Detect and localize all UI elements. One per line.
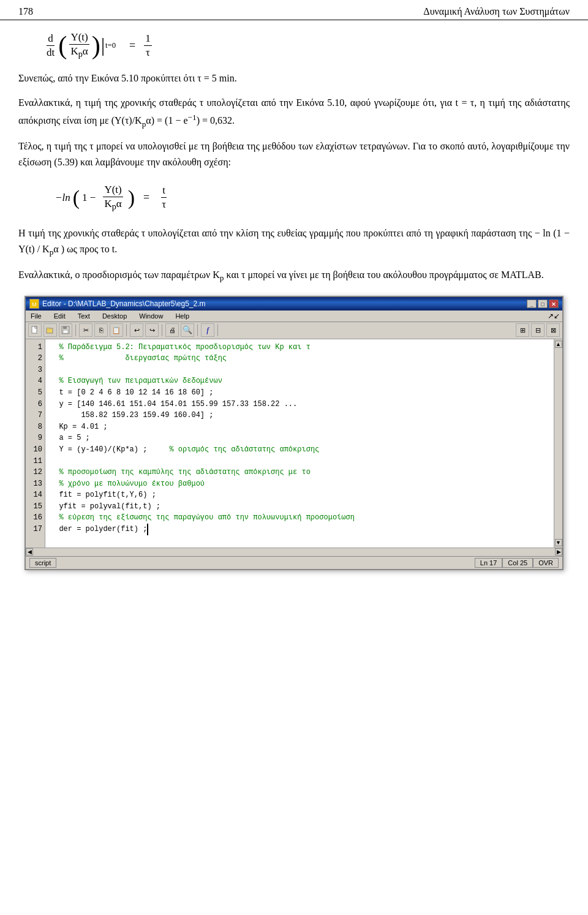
line-num-7: 7 [29,410,42,421]
menu-help[interactable]: Help [173,312,192,320]
ln-left-paren: ( [73,187,80,208]
line-num-11: 11 [29,456,42,467]
line-numbers: 1 2 3 4 5 6 7 8 9 10 11 12 13 14 15 16 1 [26,339,45,548]
scrollbar-right-button[interactable]: ▶ [555,548,562,555]
menu-text[interactable]: Text [75,312,92,320]
status-script: script [29,558,56,568]
line-num-6: 6 [29,399,42,410]
code-line-12: % προσομοίωση της καμπύλης της αδιάστατη… [50,467,549,478]
code-line-15: yfit = polyval(fit,t) ; [50,501,549,513]
toolbar-open-button[interactable] [43,323,57,337]
toolbar-layout2-button[interactable]: ⊟ [531,323,545,337]
yt-over-kpa: Y(t) Kpα [103,184,123,212]
toolbar-sep-5 [217,324,218,336]
titlebar-left: M Editor - D:\MATLAB_Dynamics\Chapter5\e… [29,299,206,309]
paragraph-4: Η τιμή της χρονικής σταθεράς τ υπολογίζε… [18,225,570,258]
titlebar-buttons[interactable]: _ □ ✕ [527,299,559,308]
toolbar-undo-button[interactable]: ↩ [130,323,143,337]
one-label: 1 − [82,192,96,204]
scrollbar-left-button[interactable]: ◀ [26,548,33,555]
toolbar-cut-button[interactable]: ✂ [79,323,92,337]
ln-expr: −ln ( 1 − Y(t) Kpα ) = t τ [55,184,170,212]
line-num-1: 1 [29,342,42,353]
line-num-12: 12 [29,467,42,478]
toolbar-print-button[interactable]: 🖨 [165,323,179,337]
status-ovr: OVR [533,558,559,568]
derivative-fraction: d dt [45,32,56,59]
menu-edit[interactable]: Edit [51,312,68,320]
line-num-9: 9 [29,432,42,444]
resize-arrows: ↗↙ [548,312,560,320]
matlab-statusbar: script Ln 17 Col 25 OVR [26,556,562,569]
right-paren: ) [92,32,100,59]
code-line-7: 158.82 159.23 159.49 160.04] ; [50,410,549,421]
toolbar-save-button[interactable] [59,323,72,337]
matlab-toolbar: ✂ ⎘ 📋 ↩ ↪ 🖨 🔍 f ⊞ ⊟ ⊠ [26,322,562,339]
paragraph-2: Εναλλακτικά, η τιμή της χρονικής σταθερά… [18,95,570,130]
t-over-tau: t τ [160,184,167,211]
line-num-3: 3 [29,364,42,376]
line-num-4: 4 [29,375,42,387]
code-line-10: Y = (y-140)/(Kp*a) ; % ορισμός της αδιάσ… [50,444,549,456]
code-line-17: der = polyder(fit) ; [50,524,549,535]
code-line-9: a = 5 ; [50,432,549,444]
matlab-icon: M [29,299,39,309]
menu-file[interactable]: File [28,312,44,320]
line-num-15: 15 [29,501,42,513]
scrollbar-down-button[interactable]: ▼ [555,539,562,546]
toolbar-find-button[interactable]: 🔍 [181,323,194,337]
matlab-menubar: File Edit Text Desktop Window Help ↗↙ [26,311,562,322]
one-tau-fraction: 1 τ [144,32,152,59]
matlab-editor-window: M Editor - D:\MATLAB_Dynamics\Chapter5\e… [24,296,564,570]
toolbar-sep-4 [197,324,198,336]
page-header: 178 Δυναμική Ανάλυση των Συστημάτων [0,0,588,20]
eval-bar: | [101,35,105,56]
code-line-2: % διεργασίας πρώτης τάξης [50,353,549,364]
paragraph-3: Τέλος, η τιμή της τ μπορεί να υπολογισθε… [18,138,570,170]
scrollbar-up-button[interactable]: ▲ [555,341,562,348]
toolbar-sep-2 [126,324,127,336]
equals-sign-2: = [143,191,149,204]
menu-window[interactable]: Window [137,312,165,320]
line-num-16: 16 [29,512,42,524]
toolbar-copy-button[interactable]: ⎘ [94,323,108,337]
horizontal-scrollbar[interactable]: ◀ ▶ [26,548,562,556]
toolbar-paste-button[interactable]: 📋 [110,323,123,337]
left-paren: ( [58,32,67,59]
line-num-8: 8 [29,421,42,433]
paragraph-1: Συνεπώς, από την Εικόνα 5.10 προκύπτει ό… [18,70,570,86]
toolbar-layout1-button[interactable]: ⊞ [516,323,529,337]
vertical-scrollbar[interactable]: ▲ ▼ [554,339,562,548]
toolbar-new-button[interactable] [28,323,42,337]
new-file-icon [31,326,39,334]
code-line-1: % Παράδειγμα 5.2: Πειραματικός προσδιορι… [50,342,549,353]
code-line-3 [50,364,549,376]
toolbar-sep-3 [162,324,162,336]
maximize-button[interactable]: □ [538,299,548,308]
status-spacer [56,558,475,568]
toolbar-fx-button[interactable]: f [201,323,214,337]
menu-desktop[interactable]: Desktop [100,312,129,320]
svg-rect-7 [63,330,68,333]
line-num-10: 10 [29,444,42,456]
line-num-2: 2 [29,353,42,364]
yt-kpa-fraction: Y(t) Kpα [69,31,89,59]
scrollbar-track-v [556,348,562,539]
equals-sign: = [129,39,135,52]
line-num-14: 14 [29,489,42,501]
code-line-4: % Εισαγωγή των πειραματικών δεδομένων [50,375,549,387]
page-title: Δυναμική Ανάλυση των Συστημάτων [423,6,570,17]
code-line-5: t = [0 2 4 6 8 10 12 14 16 18 60] ; [50,387,549,399]
toolbar-redo-button[interactable]: ↪ [145,323,159,337]
toolbar-layout3-button[interactable]: ⊠ [546,323,560,337]
code-line-8: Kp = 4.01 ; [50,421,549,433]
code-lines[interactable]: % Παράδειγμα 5.2: Πειραματικός προσδιορι… [45,339,554,548]
close-button[interactable]: ✕ [549,299,559,308]
status-col: Col 25 [502,558,533,568]
code-editor-area[interactable]: 1 2 3 4 5 6 7 8 9 10 11 12 13 14 15 16 1 [26,339,554,548]
neg-ln-label: −ln [55,192,70,204]
open-icon [46,326,55,334]
toolbar-sep-1 [75,324,76,336]
line-num-13: 13 [29,478,42,490]
minimize-button[interactable]: _ [527,299,537,308]
